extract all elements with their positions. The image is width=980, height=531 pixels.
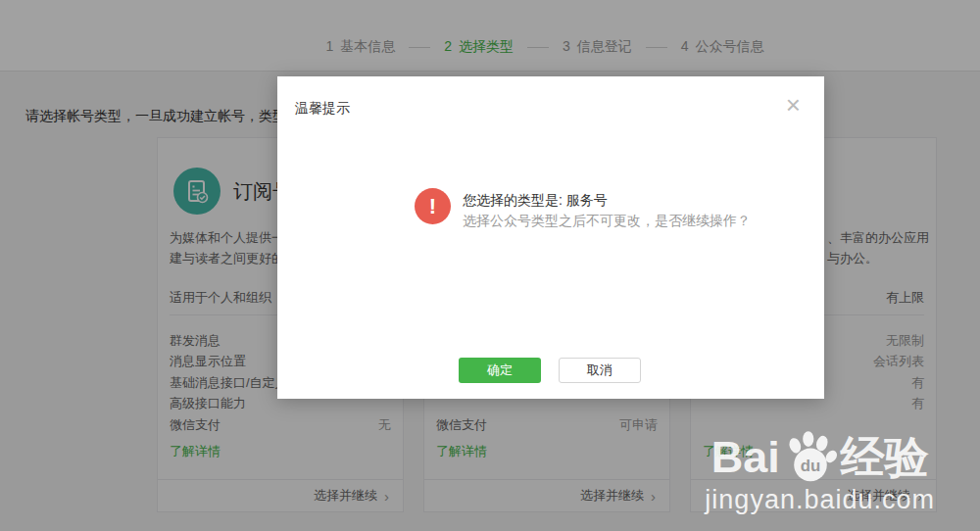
dialog-message-line1: 您选择的类型是: 服务号 <box>463 190 751 211</box>
dialog-message-line2: 选择公众号类型之后不可更改，是否继续操作？ <box>463 211 751 231</box>
wechat-account-type-page: 1 基本信息 2 选择类型 3 信息登记 4 公众号信息 请选择帐号类型，一旦成… <box>0 0 980 531</box>
cancel-button[interactable]: 取消 <box>559 358 641 383</box>
warm-tip-dialog: 温馨提示 × ! 您选择的类型是: 服务号 选择公众号类型之后不可更改，是否继续… <box>277 76 824 399</box>
brand-text-jingyan: 经验 <box>841 435 929 479</box>
baidu-jingyan-watermark: Bai du 经验 jingyan.baidu.com <box>705 429 935 515</box>
baidu-paw-icon: du <box>783 429 838 484</box>
brand-text-bai: Bai <box>711 435 780 479</box>
dialog-message: 您选择的类型是: 服务号 选择公众号类型之后不可更改，是否继续操作？ <box>463 190 751 231</box>
confirm-button[interactable]: 确定 <box>459 358 541 383</box>
dialog-actions: 确定 取消 <box>459 358 641 383</box>
dialog-title: 温馨提示 <box>295 100 350 118</box>
baidu-jingyan-logo: Bai du 经验 <box>705 429 935 484</box>
close-icon[interactable]: × <box>786 92 801 118</box>
watermark-url: jingyan.baidu.com <box>705 485 935 515</box>
warning-exclamation-icon: ! <box>415 188 451 224</box>
brand-text-du: du <box>800 457 820 475</box>
